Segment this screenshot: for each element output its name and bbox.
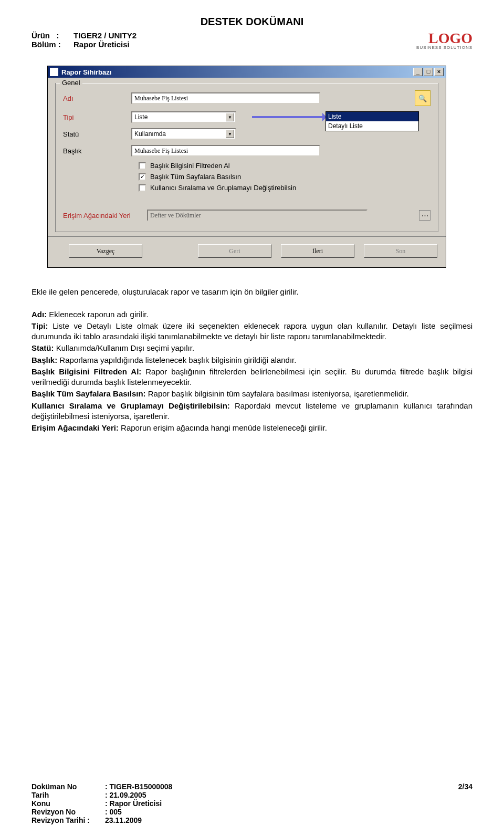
logo-subtext: BUSINESS SOLUTIONS <box>416 46 472 50</box>
row-baslik: Başlık <box>63 145 430 156</box>
row-tipi: Tipi Liste ▼ Liste Detaylı Liste <box>63 111 430 123</box>
btsb-label: Başlık Tüm Sayfalara Basılsın: <box>32 389 146 398</box>
wizard-buttons: Vazgeç Geri İleri Son <box>48 236 446 267</box>
bfa-label: Başlık Bilgisini Filtreden Al: <box>32 367 141 376</box>
revtarih-value: 23.11.2009 <box>105 816 142 824</box>
footer: Doküman No: TIGER-B15000008 Tarih: 21.09… <box>32 782 472 824</box>
checkbox-label: Başlık Tüm Sayfalara Basılsın <box>150 173 241 181</box>
finish-button[interactable]: Son <box>364 244 437 258</box>
adi-text: Eklenecek raporun adı girilir. <box>47 310 148 319</box>
section-value: Rapor Üreticisi <box>74 40 130 49</box>
tipi-option-liste[interactable]: Liste <box>326 112 418 121</box>
input-erisim <box>147 210 368 221</box>
footer-meta: Doküman No: TIGER-B15000008 Tarih: 21.09… <box>32 782 172 824</box>
window-title: Rapor Sihirbazı <box>61 68 413 76</box>
row-adi: Adı 🔍 <box>63 90 430 106</box>
tipi-option-detayli[interactable]: Detaylı Liste <box>326 121 418 131</box>
logo: LOGO BUSINESS SOLUTIONS <box>416 31 472 50</box>
ksg-label: Kullanıcı Sıralama ve Gruplamayı Değişti… <box>32 401 230 410</box>
baslik-label: Başlık: <box>32 356 57 364</box>
adi-picker-icon[interactable]: 🔍 <box>415 90 430 106</box>
select-tipi-value: Liste <box>134 113 226 121</box>
chevron-down-icon[interactable]: ▼ <box>226 113 234 121</box>
erisim-picker-icon[interactable]: ⋯ <box>419 210 430 221</box>
general-group: Genel Adı 🔍 Tipi Liste ▼ Liste Detaylı L… <box>55 83 438 232</box>
row-erisim: Erişim Ağacındaki Yeri ⋯ <box>63 210 430 221</box>
eay-label: Erişim Ağacındaki Yeri: <box>32 423 119 432</box>
dokuman-no-value: : TIGER-B15000008 <box>105 782 172 791</box>
select-statu-value: Kullanımda <box>134 130 226 138</box>
label-erisim: Erişim Ağacındaki Yeri <box>63 212 147 220</box>
body-text: Ekle ile gelen pencerede, oluşturulacak … <box>32 287 472 433</box>
group-legend: Genel <box>60 79 82 87</box>
maximize-button[interactable]: □ <box>424 68 433 76</box>
page-number: 2/34 <box>458 782 472 824</box>
window-app-icon <box>50 68 58 76</box>
konu-value: : Rapor Üreticisi <box>105 799 162 808</box>
eay-text: Raporun erişim ağacında hangi menüde lis… <box>119 423 327 432</box>
tipi-text: Liste ve Detaylı Liste olmak üzere iki s… <box>32 321 472 341</box>
label-adi: Adı <box>63 95 131 102</box>
tarih-value: : 21.09.2005 <box>105 791 146 799</box>
wizard-window: Rapor Sihirbazı _ □ × Genel Adı 🔍 Tipi L… <box>47 66 446 268</box>
revtarih-label: Revizyon Tarihi : <box>32 816 105 824</box>
konu-label: Konu <box>32 799 105 808</box>
tarih-label: Tarih <box>32 791 105 799</box>
chevron-down-icon[interactable]: ▼ <box>226 130 234 138</box>
close-button[interactable]: × <box>434 68 444 76</box>
check-filtreden-al[interactable]: Başlık Bilgisini Filtreden Al <box>139 162 430 170</box>
statu-label: Statü: <box>32 343 54 352</box>
input-baslik[interactable] <box>131 145 320 156</box>
checkbox-siralama-gruplama[interactable] <box>139 184 146 192</box>
checkbox-label: Kullanıcı Sıralama ve Gruplamayı Değişti… <box>150 184 296 192</box>
revno-label: Revizyon No <box>32 808 105 816</box>
select-tipi[interactable]: Liste ▼ <box>131 111 236 123</box>
check-siralama-gruplama[interactable]: Kullanıcı Sıralama ve Gruplamayı Değişti… <box>139 184 430 192</box>
minimize-button[interactable]: _ <box>413 68 423 76</box>
revno-value: : 005 <box>105 808 122 816</box>
dokuman-no-label: Doküman No <box>32 782 105 791</box>
label-tipi: Tipi <box>63 113 131 121</box>
next-button[interactable]: İleri <box>281 244 354 258</box>
select-statu[interactable]: Kullanımda ▼ <box>131 128 236 140</box>
checkbox-label: Başlık Bilgisini Filtreden Al <box>150 162 230 170</box>
window-controls: _ □ × <box>413 68 444 76</box>
page-title: DESTEK DOKÜMANI <box>32 16 472 28</box>
btsb-text: Rapor başlık bilgisinin tüm sayfalara ba… <box>146 389 409 398</box>
checkbox-tum-sayfalara[interactable]: ✓ <box>139 173 146 181</box>
baslik-text: Raporlama yapıldığında listelenecek başl… <box>57 356 296 364</box>
product-value: TIGER2 / UNITY2 <box>74 31 136 40</box>
check-tum-sayfalara[interactable]: ✓ Başlık Tüm Sayfalara Basılsın <box>139 173 430 181</box>
statu-text: Kullanımda/Kullanım Dışı seçimi yapılır. <box>54 343 195 352</box>
logo-text: LOGO <box>416 31 472 46</box>
window-titlebar[interactable]: Rapor Sihirbazı _ □ × <box>48 66 446 78</box>
label-statu: Statü <box>63 130 131 138</box>
product-label: Ürün : <box>32 31 74 40</box>
section-label: Bölüm : <box>32 40 74 49</box>
tipi-dropdown-list[interactable]: Liste Detaylı Liste <box>326 111 419 131</box>
checkbox-filtreden-al[interactable] <box>139 162 146 170</box>
input-adi[interactable] <box>131 92 320 104</box>
doc-header-left: Ürün : TIGER2 / UNITY2 Bölüm : Rapor Üre… <box>32 31 136 49</box>
cancel-button[interactable]: Vazgeç <box>69 244 142 258</box>
back-button[interactable]: Geri <box>198 244 271 258</box>
adi-label: Adı: <box>32 310 47 319</box>
doc-header: Ürün : TIGER2 / UNITY2 Bölüm : Rapor Üre… <box>32 31 472 50</box>
tipi-label: Tipi: <box>32 321 48 330</box>
annotation-arrow <box>252 116 326 118</box>
intro-text: Ekle ile gelen pencerede, oluşturulacak … <box>32 287 472 297</box>
label-baslik: Başlık <box>63 147 131 155</box>
